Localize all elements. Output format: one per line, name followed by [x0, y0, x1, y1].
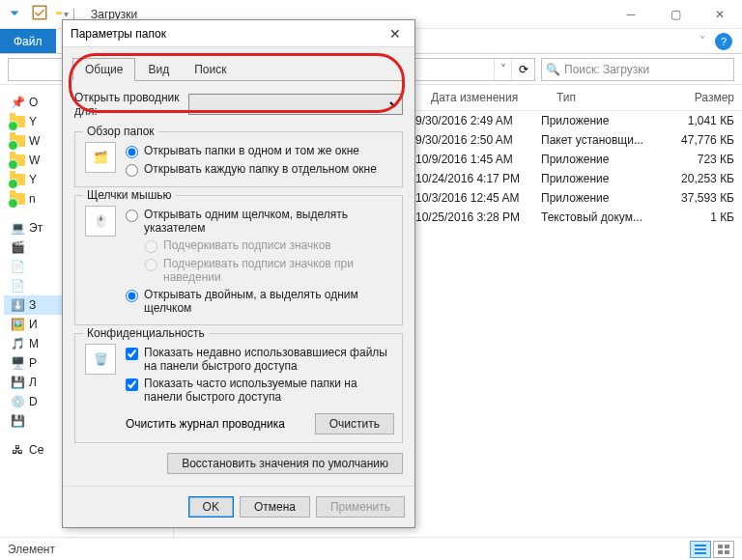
group-click-behavior: Щелчки мышью 🖱️ Открывать одним щелчком,…	[74, 195, 403, 325]
search-icon: 🔍	[546, 63, 560, 76]
checkbox-icon[interactable]	[31, 4, 48, 24]
col-size[interactable]: Размер	[665, 85, 742, 110]
search-input[interactable]: 🔍 Поиск: Загрузки	[541, 58, 734, 81]
dialog-close-button[interactable]: ✕	[384, 24, 407, 43]
group-legend: Обзор папок	[83, 125, 158, 138]
tab-search[interactable]: Поиск	[182, 58, 239, 81]
col-type[interactable]: Тип	[549, 85, 665, 110]
dialog-titlebar[interactable]: Параметры папок ✕	[63, 20, 414, 47]
privacy-icon: 🗑️	[85, 344, 116, 375]
svg-rect-3	[695, 552, 706, 554]
folder-options-dialog: Параметры папок ✕ Общие Вид Поиск Открыт…	[62, 19, 415, 528]
dialog-buttons: OK Отмена Применить	[63, 486, 414, 527]
check-recent-files[interactable]: Показать недавно использовавшиеся файлы …	[126, 344, 394, 375]
radio-double-click[interactable]: Открывать двойным, а выделять одним щелч…	[126, 286, 394, 317]
radio-underline-always: Подчеркивать подписи значков	[145, 237, 394, 255]
clear-history-label: Очистить журнал проводника	[126, 417, 285, 431]
open-explorer-for-label: Открыть проводник для:	[74, 91, 181, 118]
svg-rect-6	[718, 550, 723, 554]
minimize-button[interactable]: ─	[609, 0, 653, 29]
check-frequent-folders[interactable]: Показать часто используемые папки на пан…	[126, 375, 394, 406]
statusbar: Элемент	[0, 537, 742, 560]
view-large-button[interactable]	[713, 541, 734, 558]
dialog-title: Параметры папок	[71, 27, 166, 41]
ok-button[interactable]: OK	[188, 496, 234, 518]
qat-dropdown-icon[interactable]: ▾ │	[64, 9, 77, 19]
radio-single-click[interactable]: Открывать одним щелчком, выделять указат…	[126, 206, 394, 237]
maximize-button[interactable]: ▢	[653, 0, 698, 29]
status-text: Элемент	[8, 543, 55, 556]
radio-same-window[interactable]: Открывать папки в одном и том же окне	[126, 142, 394, 160]
svg-rect-4	[718, 545, 723, 548]
view-details-button[interactable]	[690, 541, 711, 558]
col-date[interactable]: Дата изменения	[423, 85, 549, 110]
group-browse-folders: Обзор папок 🗂️ Открывать папки в одном и…	[74, 131, 403, 187]
tab-general[interactable]: Общие	[72, 58, 135, 81]
group-privacy: Конфиденциальность 🗑️ Показать недавно и…	[74, 333, 403, 443]
help-icon[interactable]: ?	[715, 33, 732, 50]
file-tab[interactable]: Файл	[0, 29, 56, 53]
radio-new-window[interactable]: Открывать каждую папку в отдельном окне	[126, 160, 394, 179]
apply-button[interactable]: Применить	[316, 496, 405, 518]
svg-rect-1	[695, 545, 706, 546]
tab-view[interactable]: Вид	[135, 58, 182, 81]
svg-rect-7	[725, 550, 729, 554]
search-placeholder: Поиск: Загрузки	[564, 63, 649, 76]
refresh-button[interactable]: ⟳	[511, 59, 534, 80]
open-explorer-for-select[interactable]	[188, 94, 403, 115]
svg-rect-2	[695, 548, 706, 550]
close-button[interactable]: ✕	[698, 0, 742, 29]
click-icon: 🖱️	[85, 206, 116, 237]
svg-rect-0	[33, 6, 46, 19]
cancel-button[interactable]: Отмена	[240, 496, 310, 518]
svg-rect-5	[725, 545, 729, 548]
ribbon-expand-icon[interactable]: ˅	[699, 35, 705, 48]
down-arrow-icon[interactable]	[6, 4, 23, 24]
restore-defaults-button[interactable]: Восстановить значения по умолчанию	[167, 453, 403, 474]
clear-button[interactable]: Очистить	[315, 413, 394, 434]
group-legend: Щелчки мышью	[83, 188, 176, 202]
dialog-tabs: Общие Вид Поиск	[72, 57, 405, 81]
group-legend: Конфиденциальность	[83, 326, 209, 340]
browse-icon: 🗂️	[85, 142, 116, 173]
address-dropdown-icon[interactable]: ˅	[494, 59, 511, 80]
radio-underline-hover: Подчеркивать подписи значков при наведен…	[145, 255, 394, 286]
